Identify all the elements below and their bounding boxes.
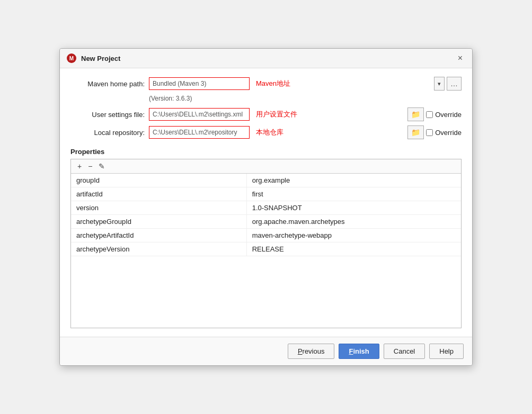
user-settings-input[interactable] — [149, 108, 250, 121]
property-key: groupId — [71, 174, 246, 187]
version-text: (Version: 3.6.3) — [149, 95, 462, 102]
property-key: artifactId — [71, 187, 246, 201]
local-repository-browse-button[interactable]: 📁 — [407, 125, 424, 139]
user-settings-row: User settings file: 用户设置文件 📁 Override — [70, 107, 462, 121]
table-row: archetypeGroupIdorg.apache.maven.archety… — [71, 215, 461, 229]
property-value: maven-archetype-webapp — [246, 229, 461, 242]
new-project-dialog: M New Project × Maven home path: Maven地址… — [59, 48, 473, 366]
local-repository-override-label: Override — [435, 129, 462, 137]
title-bar: M New Project × — [60, 49, 472, 68]
edit-property-button[interactable]: ✎ — [96, 161, 107, 171]
maven-home-input[interactable] — [149, 77, 250, 90]
user-settings-override-checkbox[interactable] — [426, 111, 433, 118]
maven-home-label: Maven home path: — [70, 80, 145, 88]
property-value: RELEASE — [246, 242, 461, 256]
local-repository-input[interactable] — [149, 126, 250, 139]
remove-property-button[interactable]: − — [86, 161, 94, 171]
property-key: version — [71, 201, 246, 215]
finish-button[interactable]: Finish — [339, 344, 379, 359]
local-repository-hint: 本地仓库 — [256, 128, 283, 137]
maven-icon: M — [66, 53, 77, 64]
properties-section: Properties + − ✎ groupIdorg.exampleartif… — [70, 148, 462, 328]
folder-icon-2: 📁 — [411, 128, 420, 137]
table-row: groupIdorg.example — [71, 174, 461, 187]
local-repository-label: Local repository: — [70, 129, 145, 137]
properties-title: Properties — [70, 148, 462, 156]
property-key: archetypeGroupId — [71, 215, 246, 229]
maven-home-row: Maven home path: Maven地址 ▾ … — [70, 77, 462, 91]
cancel-button[interactable]: Cancel — [384, 344, 425, 359]
close-button[interactable]: × — [455, 53, 466, 64]
user-settings-hint: 用户设置文件 — [256, 110, 297, 119]
maven-home-dropdown-button[interactable]: ▾ — [434, 77, 445, 91]
properties-table: groupIdorg.exampleartifactIdfirstversion… — [71, 174, 461, 256]
local-repository-override-group: Override — [426, 129, 462, 137]
property-value: 1.0-SNAPSHOT — [246, 201, 461, 215]
user-settings-override-label: Override — [435, 111, 462, 119]
local-repository-override-checkbox[interactable] — [426, 129, 433, 136]
svg-text:M: M — [69, 56, 74, 61]
property-value: org.example — [246, 174, 461, 187]
maven-home-hint: Maven地址 — [256, 79, 290, 88]
user-settings-label: User settings file: — [70, 111, 145, 119]
property-key: archetypeVersion — [71, 242, 246, 256]
maven-home-input-group: Maven地址 ▾ … — [149, 77, 462, 91]
dialog-content: Maven home path: Maven地址 ▾ … (Version: 3… — [60, 68, 472, 337]
table-row: version1.0-SNAPSHOT — [71, 201, 461, 215]
property-value: first — [246, 187, 461, 201]
title-bar-left: M New Project — [66, 53, 120, 64]
help-button[interactable]: Help — [429, 344, 464, 359]
table-row: archetypeVersionRELEASE — [71, 242, 461, 256]
table-row: artifactIdfirst — [71, 187, 461, 201]
user-settings-browse-button[interactable]: 📁 — [407, 107, 424, 121]
properties-toolbar: + − ✎ — [71, 159, 461, 174]
dialog-footer: Previous Finish Cancel Help — [60, 337, 472, 365]
user-settings-override-group: Override — [426, 111, 462, 119]
user-settings-input-group: 用户设置文件 📁 Override — [149, 107, 462, 121]
properties-container: + − ✎ groupIdorg.exampleartifactIdfirstv… — [70, 159, 462, 328]
property-value: org.apache.maven.archetypes — [246, 215, 461, 229]
table-row: archetypeArtifactIdmaven-archetype-webap… — [71, 229, 461, 242]
property-key: archetypeArtifactId — [71, 229, 246, 242]
folder-icon: 📁 — [411, 110, 420, 119]
add-property-button[interactable]: + — [75, 161, 84, 171]
previous-button[interactable]: Previous — [288, 344, 335, 359]
local-repository-row: Local repository: 本地仓库 📁 Override — [70, 125, 462, 139]
local-repository-input-group: 本地仓库 📁 Override — [149, 125, 462, 139]
maven-home-browse-button[interactable]: … — [447, 77, 462, 91]
dialog-title: New Project — [81, 55, 120, 62]
